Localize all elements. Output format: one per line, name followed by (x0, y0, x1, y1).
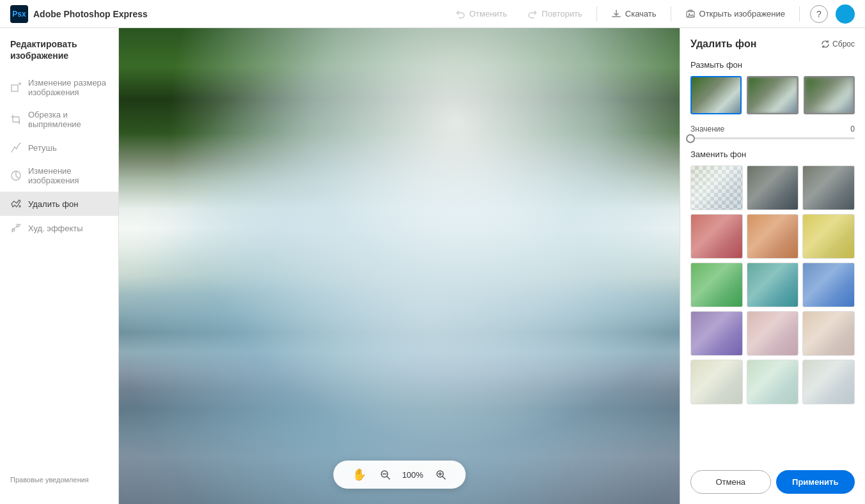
adjust-icon (10, 170, 22, 181)
sidebar-item-crop[interactable]: Обрезка и выпрямление (0, 103, 118, 135)
open-image-icon (685, 9, 696, 19)
replace-bg-peach (803, 312, 854, 355)
apply-button[interactable]: Применить (776, 470, 855, 494)
replace-pink[interactable] (747, 311, 799, 356)
replace-bg-grid (690, 165, 855, 404)
retouch-icon (10, 142, 22, 153)
canvas-image (119, 28, 680, 504)
svg-rect-2 (12, 85, 18, 91)
user-avatar[interactable] (836, 4, 855, 24)
replace-mint[interactable] (747, 360, 799, 404)
hand-tool-button[interactable]: ✋ (346, 464, 373, 485)
canvas-area: ✋ 100% (119, 28, 680, 504)
replace-bg-cream (691, 360, 742, 404)
sidebar-item-adjust-label: Изменение изображения (28, 166, 108, 185)
logo-icon: Psx (10, 5, 28, 23)
resize-icon (10, 82, 22, 93)
legal-link[interactable]: Правовые уведомления (0, 466, 118, 494)
replace-bg-dark (803, 166, 854, 210)
sidebar-item-adjust[interactable]: Изменение изображения (0, 160, 118, 192)
download-icon (611, 9, 621, 19)
app-logo: Psx Adobe Photoshop Express (10, 5, 446, 23)
reset-label: Сброс (832, 40, 855, 49)
sidebar-item-resize[interactable]: Изменение размера изображения (0, 72, 118, 103)
panel-header: Удалить фон Сброс (690, 38, 855, 50)
separator3 (799, 6, 800, 22)
replace-yellow[interactable] (802, 214, 855, 259)
blur-preset-high[interactable] (804, 76, 855, 114)
replace-bg-transparent (691, 166, 742, 210)
replace-peach[interactable] (802, 311, 855, 356)
blur-preset-low[interactable] (747, 76, 798, 114)
svg-point-5 (17, 224, 19, 227)
blur-preview-high (805, 77, 853, 113)
replace-bg-pink (747, 312, 799, 355)
zoom-out-button[interactable] (373, 465, 397, 484)
redo-button[interactable]: Повторить (518, 5, 591, 23)
sidebar: Редактировать изображение Изменение разм… (0, 28, 119, 504)
help-button[interactable]: ? (810, 5, 828, 23)
sidebar-heading: Редактировать изображение (0, 38, 118, 72)
download-button[interactable]: Скачать (602, 5, 666, 23)
replace-bg-black (747, 166, 799, 210)
replace-orange[interactable] (747, 214, 799, 259)
separator2 (671, 6, 671, 22)
remove-bg-icon (10, 198, 22, 210)
replace-blue[interactable] (802, 263, 855, 307)
panel-footer: Отмена Применить (690, 462, 855, 494)
reset-button[interactable]: Сброс (821, 40, 855, 49)
replace-section-label: Заменить фон (690, 149, 855, 159)
open-image-label: Открыть изображение (699, 9, 785, 19)
replace-transparent[interactable] (690, 165, 743, 210)
replace-more[interactable] (802, 360, 855, 404)
blur-slider[interactable] (690, 137, 855, 139)
svg-point-4 (12, 229, 15, 231)
cancel-button[interactable]: Отмена (690, 470, 771, 494)
replace-bg-green (691, 263, 742, 307)
replace-dark[interactable] (802, 165, 855, 210)
zoom-in-button[interactable] (428, 465, 453, 484)
zoom-in-icon (435, 469, 446, 480)
blur-preset-none[interactable] (690, 76, 742, 114)
sidebar-item-remove-bg-label: Удалить фон (28, 199, 78, 209)
sidebar-item-retouch-label: Ретушь (28, 143, 57, 153)
replace-bg-orange (747, 215, 799, 258)
open-image-button[interactable]: Открыть изображение (676, 5, 794, 23)
replace-bg-teal (747, 263, 799, 307)
replace-red[interactable] (690, 214, 743, 259)
topbar-actions: Отменить Повторить Скачать О (446, 4, 855, 24)
replace-bg-blue (803, 263, 854, 307)
replace-bg-yellow (803, 215, 854, 258)
topbar: Psx Adobe Photoshop Express Отменить Пов… (0, 0, 865, 28)
replace-green[interactable] (690, 263, 743, 307)
download-label: Скачать (625, 9, 657, 19)
value-num: 0 (850, 125, 855, 134)
logo-text: Psx (12, 10, 26, 19)
sidebar-item-art-effects[interactable]: Худ. эффекты (0, 216, 118, 240)
sidebar-item-art-effects-label: Худ. эффекты (28, 224, 83, 233)
panel-title: Удалить фон (690, 38, 756, 50)
blur-presets (690, 76, 855, 114)
app-title: Adobe Photoshop Express (33, 9, 148, 19)
redo-icon (527, 9, 538, 19)
zoom-out-icon (379, 469, 391, 480)
sidebar-item-crop-label: Обрезка и выпрямление (28, 110, 108, 129)
replace-bg-more (803, 360, 854, 404)
sidebar-item-remove-bg[interactable]: Удалить фон (0, 192, 118, 216)
reset-icon (821, 40, 830, 49)
sidebar-item-retouch[interactable]: Ретушь (0, 135, 118, 160)
waterfall-overlay (119, 28, 680, 504)
undo-icon (455, 9, 465, 19)
replace-cream[interactable] (690, 360, 743, 404)
replace-purple[interactable] (690, 311, 743, 356)
replace-bg-red (691, 215, 742, 258)
main-layout: Редактировать изображение Изменение разм… (0, 28, 865, 504)
blur-preview-low (748, 77, 797, 113)
replace-bg-mint (747, 360, 799, 404)
sidebar-item-resize-label: Изменение размера изображения (28, 78, 108, 97)
slider-thumb[interactable] (686, 134, 695, 143)
replace-black[interactable] (747, 165, 799, 210)
replace-bg-purple (691, 312, 742, 355)
undo-button[interactable]: Отменить (446, 5, 516, 23)
replace-teal[interactable] (747, 263, 799, 307)
